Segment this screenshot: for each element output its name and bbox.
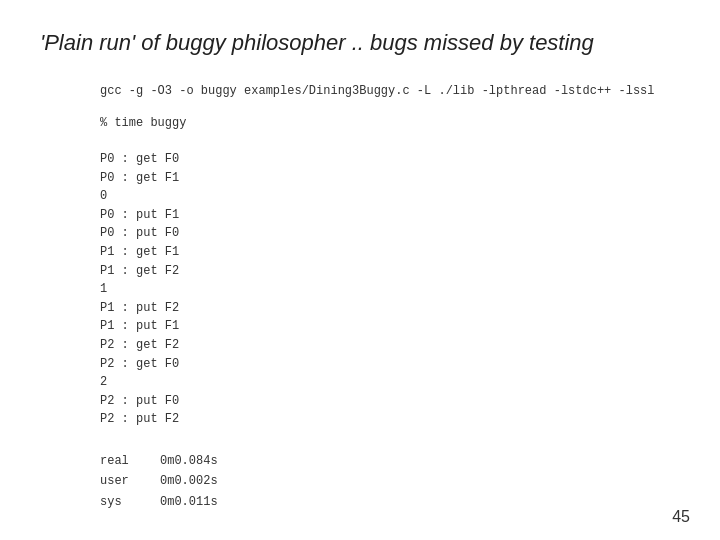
output-line: P2 : put F2 bbox=[100, 410, 680, 429]
timing-label: real bbox=[100, 451, 160, 471]
output-line: P1 : get F2 bbox=[100, 262, 680, 281]
slide-title: 'Plain run' of buggy philosopher .. bugs… bbox=[40, 30, 680, 56]
output-line: P0 : get F0 bbox=[100, 150, 680, 169]
output-line: 1 bbox=[100, 280, 680, 299]
output-line: 2 bbox=[100, 373, 680, 392]
timing-row: user0m0.002s bbox=[100, 471, 680, 491]
output-line: P0 : get F1 bbox=[100, 169, 680, 188]
slide: 'Plain run' of buggy philosopher .. bugs… bbox=[0, 0, 720, 540]
timing-label: sys bbox=[100, 492, 160, 512]
timing-value: 0m0.011s bbox=[160, 492, 240, 512]
timing-block: real0m0.084suser0m0.002ssys0m0.011s bbox=[100, 451, 680, 512]
output-block: P0 : get F0P0 : get F10P0 : put F1P0 : p… bbox=[100, 150, 680, 429]
timing-row: real0m0.084s bbox=[100, 451, 680, 471]
output-line: P0 : put F1 bbox=[100, 206, 680, 225]
output-line: P0 : put F0 bbox=[100, 224, 680, 243]
time-command: % time buggy bbox=[100, 116, 680, 130]
timing-value: 0m0.002s bbox=[160, 471, 240, 491]
content-area: gcc -g -O3 -o buggy examples/Dining3Bugg… bbox=[40, 84, 680, 512]
timing-value: 0m0.084s bbox=[160, 451, 240, 471]
output-line: P1 : put F1 bbox=[100, 317, 680, 336]
timing-row: sys0m0.011s bbox=[100, 492, 680, 512]
compile-command: gcc -g -O3 -o buggy examples/Dining3Bugg… bbox=[100, 84, 680, 98]
output-line: P2 : get F2 bbox=[100, 336, 680, 355]
slide-number: 45 bbox=[672, 508, 690, 526]
output-line: P1 : get F1 bbox=[100, 243, 680, 262]
output-line: 0 bbox=[100, 187, 680, 206]
timing-label: user bbox=[100, 471, 160, 491]
output-line: P1 : put F2 bbox=[100, 299, 680, 318]
output-line: P2 : get F0 bbox=[100, 355, 680, 374]
output-line: P2 : put F0 bbox=[100, 392, 680, 411]
